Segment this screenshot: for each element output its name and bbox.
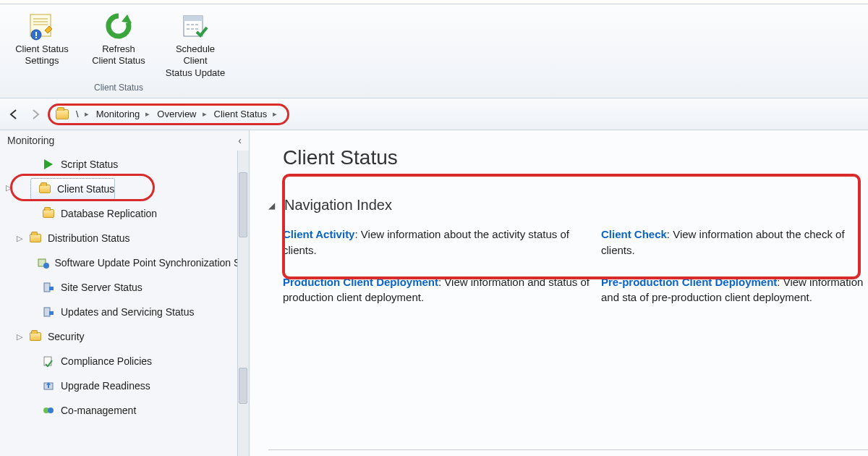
breadcrumb-monitoring[interactable]: Monitoring▸ — [96, 109, 150, 119]
link-preproduction-deployment[interactable]: Pre-production Client Deployment — [601, 276, 783, 288]
tree-title: Monitoring — [7, 135, 54, 146]
folder-icon — [38, 183, 51, 195]
client-status-settings-button[interactable]: Client Status Settings — [10, 9, 74, 79]
tree-node-compliance-policies[interactable]: Compliance Policies — [0, 349, 249, 373]
schedule-icon — [178, 9, 213, 43]
tree-scrollbar[interactable] — [237, 151, 249, 456]
tree-node-script-status[interactable]: Script Status — [0, 152, 249, 177]
section-header-navigation-index: ◢ Navigation Index — [283, 197, 868, 214]
breadcrumb[interactable]: \▸ Monitoring▸ Overview▸ Client Status▸ — [48, 104, 289, 125]
server-icon — [42, 306, 55, 318]
button-label: Settings — [25, 55, 59, 67]
nav-item-client-activity[interactable]: Client ActivityView information about th… — [283, 227, 594, 258]
svg-rect-3 — [35, 37, 37, 38]
nav-item-client-check[interactable]: Client CheckView information about the c… — [601, 227, 865, 258]
tree-node-co-management[interactable]: Co-management — [0, 398, 249, 423]
folder-icon — [56, 109, 69, 119]
tree-node-security[interactable]: ▷ Security — [0, 324, 249, 349]
tree-node-label: Upgrade Readiness — [61, 380, 150, 392]
tree-node-label: Client Status — [57, 183, 114, 195]
tree-node-label: Script Status — [61, 159, 118, 170]
navigation-bar: \▸ Monitoring▸ Overview▸ Client Status▸ — [0, 98, 868, 130]
settings-icon — [25, 9, 59, 43]
comanage-icon — [42, 405, 55, 416]
breadcrumb-overview[interactable]: Overview▸ — [157, 109, 206, 119]
content-pane: Client Status ◢ Navigation Index Client … — [250, 130, 868, 456]
tree-node-client-status[interactable]: Client Status — [30, 178, 115, 200]
svg-rect-12 — [44, 357, 51, 366]
refresh-icon — [101, 9, 136, 43]
ribbon-group-client-status: Client Status Settings Refresh Client St… — [0, 4, 237, 97]
folder-icon — [42, 208, 55, 219]
sync-icon — [38, 257, 49, 269]
button-label: Schedule Client — [163, 43, 227, 67]
schedule-client-status-update-button[interactable]: Schedule Client Status Update — [163, 9, 227, 79]
svg-point-15 — [48, 408, 54, 413]
upgrade-icon — [42, 380, 55, 392]
tree-scroll[interactable]: Script Status Client Status ▷ Database R… — [0, 151, 249, 456]
tree-node-label: Compliance Policies — [61, 355, 152, 367]
play-icon — [42, 159, 55, 170]
tree-node-label: Site Server Status — [61, 282, 142, 293]
tree-node-site-server-status[interactable]: Site Server Status — [0, 275, 249, 300]
ribbon-group-label: Client Status — [94, 83, 143, 96]
back-button[interactable] — [4, 105, 23, 124]
breadcrumb-root[interactable]: \▸ — [76, 109, 89, 119]
tree-node-client-status-wrap: Client Status ▷ — [0, 177, 249, 201]
ribbon: Client Status Settings Refresh Client St… — [0, 0, 868, 98]
folder-icon — [29, 331, 42, 342]
tree-node-label: Co-management — [61, 405, 136, 416]
link-client-activity[interactable]: Client Activity — [283, 228, 361, 240]
link-production-deployment[interactable]: Production Client Deployment — [283, 276, 444, 288]
svg-rect-5 — [184, 16, 203, 21]
section-title: Navigation Index — [284, 197, 392, 214]
tree-node-updates-servicing[interactable]: Updates and Servicing Status — [0, 300, 249, 324]
tree-node-upgrade-readiness[interactable]: Upgrade Readiness — [0, 373, 249, 398]
tree-node-distribution-status[interactable]: ▷ Distribution Status — [0, 226, 249, 250]
collapse-section-button[interactable]: ◢ — [268, 200, 278, 211]
scrollbar-thumb[interactable] — [239, 368, 247, 404]
forward-button[interactable] — [26, 105, 45, 124]
svg-rect-9 — [49, 287, 54, 290]
button-label: Refresh — [102, 43, 135, 55]
nav-item-preproduction-deployment[interactable]: Pre-production Client DeploymentView inf… — [601, 274, 865, 306]
divider — [268, 449, 868, 450]
compliance-icon — [42, 355, 55, 367]
refresh-client-status-button[interactable]: Refresh Client Status — [87, 9, 150, 79]
collapse-tree-button[interactable]: ‹ — [238, 135, 242, 146]
svg-rect-11 — [49, 311, 54, 315]
button-label: Client Status — [15, 43, 69, 55]
expand-icon[interactable]: ▷ — [16, 234, 23, 243]
svg-rect-2 — [35, 32, 37, 36]
expand-icon[interactable]: ▷ — [6, 183, 12, 193]
button-label: Status Update — [166, 67, 225, 79]
breadcrumb-client-status[interactable]: Client Status▸ — [214, 109, 278, 119]
tree-node-label: Distribution Status — [48, 232, 130, 244]
tree-node-software-update-sync[interactable]: Software Update Point Synchronization St… — [0, 250, 249, 275]
tree-node-label: Security — [48, 331, 85, 342]
svg-rect-8 — [44, 283, 50, 292]
navigation-tree-pane: Monitoring ‹ Script Status Client Status… — [0, 130, 250, 456]
tree-node-database-replication[interactable]: Database Replication — [0, 201, 249, 226]
workspace: Monitoring ‹ Script Status Client Status… — [0, 130, 868, 456]
svg-point-7 — [43, 263, 49, 269]
button-label: Client Status — [92, 55, 145, 67]
server-icon — [42, 282, 55, 293]
navigation-index-grid: Client ActivityView information about th… — [283, 227, 868, 305]
tree-node-label: Updates and Servicing Status — [61, 306, 194, 318]
page-title: Client Status — [283, 146, 868, 169]
nav-item-production-deployment[interactable]: Production Client DeploymentView informa… — [283, 274, 594, 306]
expand-icon[interactable]: ▷ — [16, 332, 23, 342]
tree-header: Monitoring ‹ — [0, 130, 249, 151]
scrollbar-thumb[interactable] — [239, 172, 247, 237]
link-client-check[interactable]: Client Check — [601, 228, 673, 240]
svg-rect-10 — [44, 308, 50, 316]
folder-icon — [29, 232, 42, 244]
tree-node-label: Database Replication — [61, 208, 157, 219]
tree-node-label: Software Update Point Synchronization St… — [55, 257, 250, 269]
